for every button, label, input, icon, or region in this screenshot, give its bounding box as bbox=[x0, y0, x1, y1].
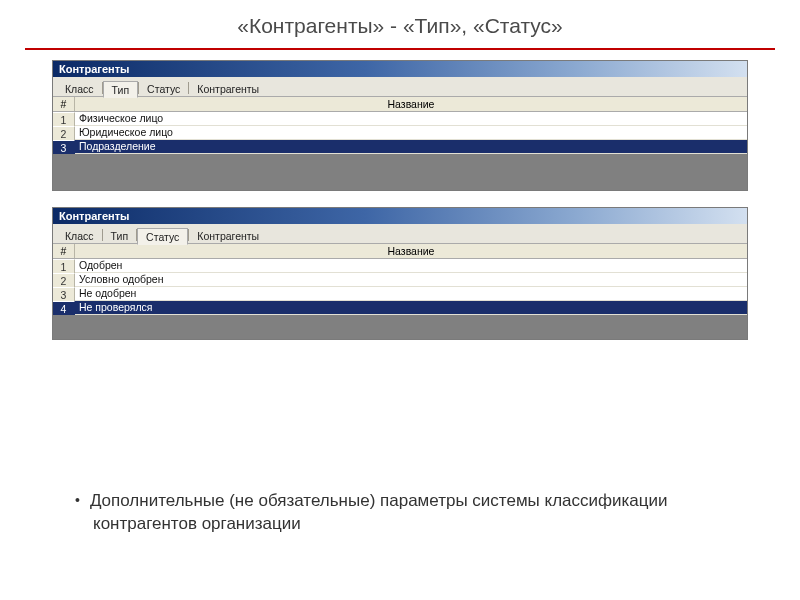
grid-body: 1Одобрен2Условно одобрен3Не одобрен4Не п… bbox=[53, 259, 747, 315]
tab-класс[interactable]: Класс bbox=[57, 228, 102, 243]
row-index: 1 bbox=[53, 259, 75, 273]
row-name: Условно одобрен bbox=[75, 273, 747, 287]
table-row[interactable]: 1Физическое лицо bbox=[53, 112, 747, 126]
panel: КонтрагентыКлассТипСтатусКонтрагенты#Наз… bbox=[52, 207, 748, 340]
panel-title: Контрагенты bbox=[53, 208, 747, 224]
grid-empty-area bbox=[53, 315, 747, 339]
panel: КонтрагентыКлассТипСтатусКонтрагенты#Наз… bbox=[52, 60, 748, 191]
row-index: 2 bbox=[53, 273, 75, 287]
grid-header: #Название bbox=[53, 97, 747, 112]
tab-статус[interactable]: Статус bbox=[137, 228, 188, 245]
table-row[interactable]: 2Юридическое лицо bbox=[53, 126, 747, 140]
tab-статус[interactable]: Статус bbox=[139, 81, 188, 96]
row-index: 4 bbox=[53, 301, 75, 315]
col-name: Название bbox=[75, 244, 747, 258]
row-name: Не одобрен bbox=[75, 287, 747, 301]
row-index: 1 bbox=[53, 112, 75, 126]
col-name: Название bbox=[75, 97, 747, 111]
table-row[interactable]: 4Не проверялся bbox=[53, 301, 747, 315]
tab-контрагенты[interactable]: Контрагенты bbox=[189, 228, 267, 243]
tab-контрагенты[interactable]: Контрагенты bbox=[189, 81, 267, 96]
table-row[interactable]: 1Одобрен bbox=[53, 259, 747, 273]
grid-body: 1Физическое лицо2Юридическое лицо3Подраз… bbox=[53, 112, 747, 154]
row-index: 2 bbox=[53, 126, 75, 140]
row-name: Одобрен bbox=[75, 259, 747, 273]
grid-empty-area bbox=[53, 154, 747, 190]
grid-header: #Название bbox=[53, 244, 747, 259]
row-name: Не проверялся bbox=[75, 301, 747, 315]
tab-тип[interactable]: Тип bbox=[103, 81, 139, 98]
tab-класс[interactable]: Класс bbox=[57, 81, 102, 96]
panel-title: Контрагенты bbox=[53, 61, 747, 77]
col-index: # bbox=[53, 97, 75, 111]
table-row[interactable]: 3Подразделение bbox=[53, 140, 747, 154]
table-row[interactable]: 2Условно одобрен bbox=[53, 273, 747, 287]
divider bbox=[25, 48, 775, 50]
table-row[interactable]: 3Не одобрен bbox=[53, 287, 747, 301]
row-index: 3 bbox=[53, 287, 75, 301]
row-name: Физическое лицо bbox=[75, 112, 747, 126]
bullet-text: Дополнительные (не обязательные) парамет… bbox=[75, 490, 740, 536]
row-name: Подразделение bbox=[75, 140, 747, 154]
tab-bar: КлассТипСтатусКонтрагенты bbox=[53, 77, 747, 97]
row-index: 3 bbox=[53, 140, 75, 154]
slide-title: «Контрагенты» - «Тип», «Статус» bbox=[0, 0, 800, 48]
slide-notes: Дополнительные (не обязательные) парамет… bbox=[75, 490, 740, 536]
tab-тип[interactable]: Тип bbox=[103, 228, 137, 243]
col-index: # bbox=[53, 244, 75, 258]
tab-bar: КлассТипСтатусКонтрагенты bbox=[53, 224, 747, 244]
row-name: Юридическое лицо bbox=[75, 126, 747, 140]
